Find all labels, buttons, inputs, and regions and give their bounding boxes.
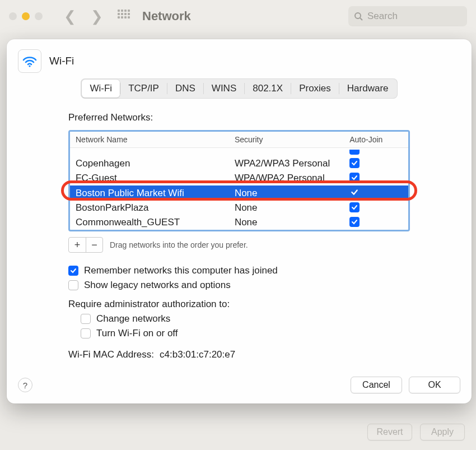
network-row[interactable] (70, 148, 408, 157)
window-title: Network (142, 9, 191, 24)
remove-network-button[interactable]: − (86, 238, 102, 252)
svg-line-1 (360, 18, 362, 20)
network-name: Commonwealth_GUEST (70, 215, 229, 230)
table-header-row: Network Name Security Auto-Join (70, 132, 408, 148)
cancel-button[interactable]: Cancel (351, 377, 402, 393)
tab-wifi[interactable]: Wi-Fi (82, 80, 120, 98)
wifi-icon (18, 49, 41, 73)
change-networks-checkbox[interactable] (81, 314, 91, 324)
network-security: None (229, 185, 344, 201)
remember-label: Remember networks this computer has join… (84, 265, 278, 276)
network-name: FC-Guest (70, 171, 229, 185)
traffic-lights (9, 12, 43, 20)
drag-hint: Drag networks into the order you prefer. (110, 240, 248, 249)
tab-proxies[interactable]: Proxies (291, 80, 339, 98)
auto-join-checkbox[interactable] (349, 173, 360, 183)
legacy-checkbox[interactable] (68, 280, 78, 290)
network-name: BostonParkPlaza (70, 201, 229, 215)
tabs: Wi-Fi TCP/IP DNS WINS 802.1X Proxies Har… (81, 78, 397, 99)
search-input[interactable]: Search (348, 6, 467, 26)
window-toolbar: ❮ ❯ Network Search (0, 0, 476, 33)
network-name: Copenhagen (70, 156, 229, 171)
all-prefs-icon[interactable] (118, 10, 131, 23)
minimize-dot[interactable] (22, 12, 30, 20)
network-security: None (229, 215, 344, 230)
search-icon (354, 12, 363, 21)
legacy-label: Show legacy networks and options (84, 280, 231, 291)
add-network-button[interactable]: + (69, 238, 86, 252)
svg-point-0 (355, 13, 361, 18)
col-network-name[interactable]: Network Name (70, 132, 229, 148)
auto-join-checkbox[interactable] (349, 150, 360, 155)
ok-button[interactable]: OK (409, 377, 460, 393)
network-row[interactable]: Copenhagen WPA2/WPA3 Personal (70, 156, 408, 171)
preferred-networks-table[interactable]: Network Name Security Auto-Join Copenhag… (68, 130, 410, 231)
wifi-advanced-sheet: Wi-Fi Wi-Fi TCP/IP DNS WINS 802.1X Proxi… (7, 39, 472, 403)
apply-button[interactable]: Apply (420, 424, 465, 440)
mac-address-value: c4:b3:01:c7:20:e7 (160, 349, 235, 360)
network-row[interactable]: BostonParkPlaza None (70, 201, 408, 215)
close-dot[interactable] (9, 12, 17, 20)
network-security: WPA/WPA2 Personal (229, 171, 344, 185)
zoom-dot[interactable] (35, 12, 43, 20)
toggle-wifi-label: Turn Wi-Fi on or off (96, 328, 178, 339)
help-button[interactable]: ? (18, 378, 32, 392)
add-remove-buttons: + − (68, 237, 103, 253)
forward-button[interactable]: ❯ (87, 9, 106, 24)
network-row[interactable]: FC-Guest WPA/WPA2 Personal (70, 171, 408, 185)
background-footer: Revert Apply (0, 414, 476, 450)
col-security[interactable]: Security (229, 132, 344, 148)
toggle-wifi-checkbox[interactable] (81, 328, 91, 338)
tab-8021x[interactable]: 802.1X (245, 80, 291, 98)
tab-hardware[interactable]: Hardware (339, 80, 396, 98)
network-row-selected[interactable]: Boston Public Market Wifi None (70, 185, 408, 201)
network-name: Boston Public Market Wifi (70, 185, 229, 201)
tab-wins[interactable]: WINS (204, 80, 244, 98)
require-auth-label: Require administrator authorization to: (68, 299, 230, 310)
auto-join-checkbox[interactable] (349, 158, 360, 168)
network-row[interactable]: Commonwealth_GUEST None (70, 215, 408, 230)
tab-tcpip[interactable]: TCP/IP (120, 80, 167, 98)
network-security: None (229, 201, 344, 215)
auto-join-checkbox[interactable] (349, 217, 360, 227)
sheet-title: Wi-Fi (49, 55, 74, 67)
revert-button[interactable]: Revert (367, 424, 412, 440)
auto-join-checkbox[interactable] (349, 202, 360, 212)
col-auto-join[interactable]: Auto-Join (344, 132, 408, 148)
tab-dns[interactable]: DNS (167, 80, 203, 98)
mac-address-label: Wi-Fi MAC Address: (68, 349, 154, 360)
back-button[interactable]: ❮ (60, 9, 80, 24)
auto-join-checkbox[interactable] (349, 187, 360, 197)
network-security: WPA2/WPA3 Personal (229, 156, 344, 171)
search-placeholder: Search (367, 11, 398, 22)
change-networks-label: Change networks (96, 313, 170, 324)
svg-point-2 (29, 65, 30, 67)
remember-checkbox[interactable] (68, 266, 78, 276)
preferred-networks-label: Preferred Networks: (68, 112, 410, 123)
